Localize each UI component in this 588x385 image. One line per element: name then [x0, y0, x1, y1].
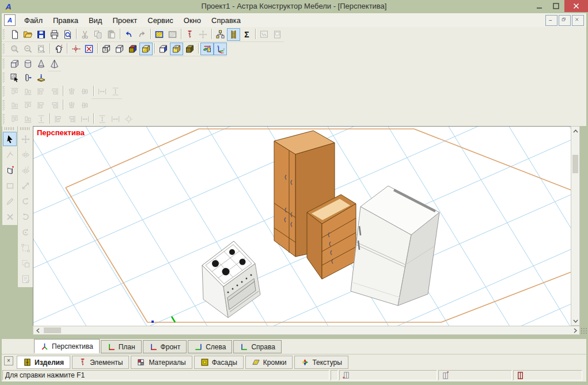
- vertical-scrollbar[interactable]: [571, 126, 580, 326]
- close-button[interactable]: [564, 0, 588, 12]
- document-icon[interactable]: A: [4, 14, 16, 26]
- view-tab-right[interactable]: Справа: [233, 340, 281, 353]
- rotate-step-icon: [21, 228, 31, 237]
- view-tab-plan[interactable]: План: [101, 340, 142, 353]
- minimize-button[interactable]: [531, 0, 548, 12]
- snap-floor-button: [8, 99, 21, 112]
- object-tab-label: Кромки: [263, 359, 287, 367]
- select-arrow-icon: [5, 135, 15, 144]
- stretch-h-icon: [80, 115, 90, 124]
- menu-help[interactable]: Справка: [206, 14, 246, 26]
- menu-service[interactable]: Сервис: [142, 14, 179, 26]
- resize-grip[interactable]: [581, 327, 587, 334]
- horizontal-scrollbar[interactable]: [33, 326, 580, 335]
- horizontal-scroll-thumb[interactable]: [44, 327, 61, 333]
- texture-move-button[interactable]: [200, 43, 214, 55]
- toolbar-grip: [3, 29, 6, 40]
- object-tab-elements[interactable]: Элементы: [72, 356, 130, 369]
- object-tab-products[interactable]: Изделия: [17, 356, 70, 369]
- toolbar-separator: [61, 86, 65, 97]
- report-model-icon: [259, 30, 269, 39]
- cube-solid-button[interactable]: [126, 43, 139, 55]
- vertical-scroll-thumb[interactable]: [572, 155, 578, 173]
- title-bar: A Проект1 - Астра Конструктор Мебели - […: [0, 0, 588, 13]
- cube-texture-button[interactable]: [139, 43, 153, 55]
- sigma-button[interactable]: Σ: [240, 28, 253, 41]
- svg-text:A: A: [7, 17, 12, 24]
- 3d-viewport[interactable]: Перспектива: [33, 126, 571, 326]
- close-panel-button[interactable]: ×: [4, 356, 13, 365]
- preview-button[interactable]: [61, 28, 74, 41]
- status-panel-1: [339, 370, 437, 380]
- stove-3d[interactable]: [202, 241, 260, 318]
- view-tab-label: План: [119, 343, 135, 351]
- 3d-scene[interactable]: [33, 127, 571, 326]
- select-arrow-button[interactable]: [3, 132, 17, 146]
- fill-texture-button[interactable]: [153, 28, 166, 41]
- center-selection-button[interactable]: [69, 43, 82, 55]
- scroll-down-icon[interactable]: [571, 317, 579, 325]
- snap-wall-right-button: [48, 99, 61, 112]
- draw-tool-icon: [5, 197, 15, 206]
- cube-wire-icon: [101, 44, 111, 54]
- structure-tree-button[interactable]: [214, 28, 227, 41]
- save-button[interactable]: [35, 28, 48, 41]
- panel-vertical-button[interactable]: [21, 71, 35, 84]
- folder-open-button[interactable]: [21, 28, 35, 41]
- cube-fittings-button[interactable]: [170, 43, 183, 55]
- add-panel-button[interactable]: [3, 163, 17, 177]
- object-tab-materials[interactable]: Материалы: [131, 356, 192, 369]
- resize-object-button: [18, 178, 32, 193]
- scroll-left-icon[interactable]: [33, 326, 42, 334]
- cube-blue-button[interactable]: [157, 43, 170, 55]
- object-tab-textures[interactable]: Текстуры: [294, 356, 348, 369]
- materials-icon: [137, 358, 146, 367]
- maximize-button[interactable]: [548, 0, 564, 12]
- zoom-out-icon: [23, 44, 33, 54]
- menu-edit[interactable]: Правка: [48, 14, 84, 26]
- screw-button[interactable]: [183, 28, 196, 41]
- cube-wire-button[interactable]: [100, 43, 113, 55]
- mdi-restore-button[interactable]: [559, 15, 571, 26]
- ladder-button[interactable]: [227, 28, 240, 41]
- cube-dark-button[interactable]: [183, 43, 196, 55]
- print-button[interactable]: [48, 28, 61, 41]
- status-cab-new-icon: [441, 371, 450, 380]
- select-hatch-button[interactable]: [8, 71, 21, 84]
- pan-hand-button[interactable]: [52, 43, 65, 55]
- prim-box-button[interactable]: [8, 58, 21, 70]
- view-tab-perspective[interactable]: Перспектива: [34, 339, 100, 353]
- doc-new-button[interactable]: [8, 28, 21, 41]
- menu-window[interactable]: Окно: [179, 14, 206, 26]
- panel-horizontal-button[interactable]: [35, 71, 48, 84]
- delete-tool-icon: [5, 212, 15, 222]
- cube-white-button[interactable]: [113, 43, 126, 55]
- prim-cone-button[interactable]: [35, 58, 48, 70]
- undo-icon: [124, 30, 134, 39]
- menu-project[interactable]: Проект: [107, 14, 142, 26]
- mdi-close-button[interactable]: [572, 15, 584, 26]
- prim-pyramid-button[interactable]: [48, 58, 61, 70]
- save-icon: [36, 30, 46, 39]
- prim-cone-icon: [36, 59, 46, 68]
- gap-box-icon: [124, 115, 134, 124]
- align-seq-left-button: [35, 85, 48, 98]
- object-tab-facades[interactable]: Фасады: [194, 356, 244, 369]
- menu-view[interactable]: Вид: [84, 14, 108, 26]
- mdi-restore-icon: [562, 17, 568, 24]
- view-tab-front[interactable]: Фронт: [143, 340, 187, 353]
- axes-button[interactable]: zyx: [214, 43, 227, 55]
- stretch-right-button: [65, 113, 78, 125]
- minimize-icon: [536, 3, 543, 9]
- menu-bar: A ФайлПравкаВидПроектСервисОкноСправка: [2, 13, 586, 28]
- prim-cylinder-button[interactable]: [21, 58, 35, 70]
- menu-file[interactable]: Файл: [19, 14, 48, 26]
- mdi-minimize-button[interactable]: [545, 15, 557, 26]
- object-tab-edges[interactable]: Кромки: [245, 356, 293, 369]
- undo-button[interactable]: [122, 28, 135, 41]
- scroll-right-icon[interactable]: [571, 326, 579, 334]
- scroll-up-icon[interactable]: [571, 127, 579, 135]
- products-icon: [23, 358, 32, 367]
- view-tab-left[interactable]: Слева: [188, 340, 232, 353]
- delete-selection-button[interactable]: [82, 43, 96, 55]
